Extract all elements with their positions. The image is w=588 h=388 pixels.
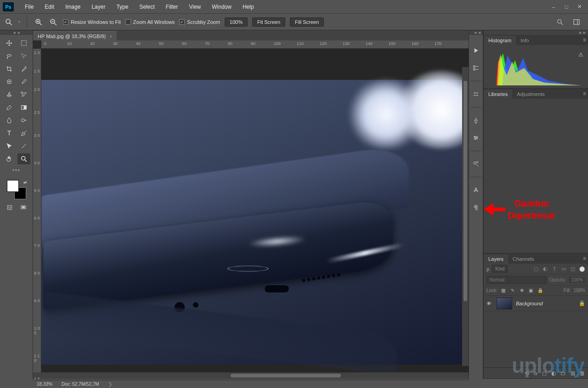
- foreground-color[interactable]: [7, 180, 19, 192]
- filter-adjust-icon[interactable]: ◐: [542, 266, 548, 272]
- layer-thumbnail[interactable]: [497, 298, 512, 309]
- layer-lock-icon[interactable]: 🔒: [579, 300, 585, 306]
- menu-edit[interactable]: Edit: [40, 2, 59, 12]
- lock-all-icon[interactable]: 🔒: [537, 288, 543, 293]
- menu-image[interactable]: Image: [61, 2, 85, 12]
- zoom-out-icon[interactable]: [48, 17, 58, 27]
- menu-layer[interactable]: Layer: [87, 2, 110, 12]
- lock-position-icon[interactable]: ✥: [519, 288, 525, 293]
- status-doc-size[interactable]: Doc: 52,7M/52,7M: [62, 382, 99, 387]
- zoom-all-windows-checkbox[interactable]: Zoom All Windows: [125, 19, 175, 25]
- layer-name[interactable]: Background: [516, 301, 575, 306]
- scrubby-zoom-checkbox[interactable]: ✓Scrubby Zoom: [179, 19, 220, 25]
- layer-visibility-icon[interactable]: 👁: [486, 301, 493, 306]
- menu-select[interactable]: Select: [135, 2, 159, 12]
- quick-mask-icon[interactable]: [4, 203, 15, 212]
- window-minimize-button[interactable]: –: [550, 4, 557, 10]
- brushes-panel-icon[interactable]: [471, 116, 481, 125]
- close-tab-icon[interactable]: ×: [110, 34, 113, 39]
- workspace-switcher-icon[interactable]: [571, 17, 582, 27]
- filter-smart-icon[interactable]: ◫: [570, 266, 576, 272]
- filter-search-icon[interactable]: ρ: [486, 266, 489, 272]
- lock-artboard-icon[interactable]: ▣: [528, 288, 534, 293]
- fill-screen-button[interactable]: Fill Screen: [290, 17, 324, 27]
- lasso-tool-icon[interactable]: [3, 51, 16, 62]
- zoom-tool-icon[interactable]: [17, 153, 30, 164]
- menu-filter[interactable]: Filter: [161, 2, 183, 12]
- window-close-button[interactable]: ✕: [576, 4, 582, 10]
- search-icon[interactable]: [555, 17, 565, 27]
- color-swatches[interactable]: ⇄: [7, 180, 26, 199]
- blend-mode-select[interactable]: Normal: [486, 276, 547, 284]
- clone-source-panel-icon[interactable]: [471, 159, 481, 169]
- pen-tool-icon[interactable]: [17, 128, 30, 139]
- layer-row[interactable]: 👁 Background 🔒: [484, 296, 588, 311]
- properties-panel-icon[interactable]: [471, 90, 481, 99]
- panel-menu-icon[interactable]: ≡: [583, 90, 586, 97]
- menu-file[interactable]: File: [20, 2, 38, 12]
- path-select-tool-icon[interactable]: [3, 141, 16, 152]
- quick-select-tool-icon[interactable]: [17, 51, 30, 62]
- canvas[interactable]: [41, 49, 469, 372]
- tab-libraries[interactable]: Libraries: [484, 90, 512, 99]
- fit-screen-button[interactable]: Fit Screen: [252, 17, 285, 27]
- status-more-icon[interactable]: ❯: [108, 382, 112, 387]
- horizontal-ruler[interactable]: 0 10 20 30 40 50 60 70 80 90 100 110 120…: [41, 40, 469, 49]
- resize-windows-checkbox[interactable]: ✓Resize Windows to Fit: [63, 19, 121, 25]
- tool-preset-dropdown-icon[interactable]: ▾: [18, 20, 20, 24]
- character-panel-icon[interactable]: [471, 186, 481, 195]
- tab-layers[interactable]: Layers: [484, 254, 508, 264]
- dock-collapse-handle[interactable]: ◄◄: [469, 30, 483, 35]
- hand-tool-icon[interactable]: [3, 153, 16, 164]
- dodge-tool-icon[interactable]: [17, 115, 30, 126]
- lock-transparent-icon[interactable]: ▩: [500, 288, 507, 293]
- menu-type[interactable]: Type: [112, 2, 133, 12]
- tab-info[interactable]: Info: [516, 36, 533, 45]
- lock-pixels-icon[interactable]: ✎: [509, 288, 516, 293]
- panels-collapse-handle[interactable]: ►►: [484, 30, 588, 35]
- tab-adjustments[interactable]: Adjustments: [512, 90, 549, 99]
- vertical-ruler[interactable]: 1 0 1 5 2 0 2 5 3 0 4 0 5 0 6 0 7 0 8 0 …: [33, 49, 41, 372]
- filter-type-icon[interactable]: T: [551, 266, 558, 272]
- tools-collapse-handle[interactable]: ◄◄: [0, 30, 33, 35]
- filter-pixel-icon[interactable]: ▢: [533, 266, 539, 272]
- panel-menu-icon[interactable]: ≡: [583, 37, 586, 43]
- history-panel-icon[interactable]: [471, 63, 481, 73]
- type-tool-icon[interactable]: [3, 128, 16, 139]
- brush-settings-panel-icon[interactable]: [471, 133, 481, 142]
- line-tool-icon[interactable]: [17, 141, 30, 152]
- actions-panel-icon[interactable]: [471, 46, 481, 55]
- edit-toolbar-icon[interactable]: •••: [3, 166, 30, 174]
- vertical-scrollbar[interactable]: [462, 67, 469, 366]
- menu-view[interactable]: View: [184, 2, 205, 12]
- eyedropper-tool-icon[interactable]: [17, 63, 30, 74]
- clone-stamp-tool-icon[interactable]: [3, 89, 16, 100]
- panel-menu-icon[interactable]: ≡: [583, 255, 586, 262]
- tab-channels[interactable]: Channels: [508, 254, 538, 264]
- history-brush-tool-icon[interactable]: [17, 89, 30, 100]
- current-tool-icon[interactable]: [4, 17, 14, 27]
- crop-tool-icon[interactable]: [3, 63, 16, 74]
- filter-shape-icon[interactable]: ▭: [560, 266, 567, 272]
- status-zoom[interactable]: 18.33%: [37, 382, 52, 387]
- blur-tool-icon[interactable]: [3, 115, 16, 126]
- eraser-tool-icon[interactable]: [3, 102, 16, 113]
- brush-tool-icon[interactable]: [17, 76, 30, 87]
- gradient-tool-icon[interactable]: [17, 102, 30, 113]
- screen-mode-icon[interactable]: [18, 203, 29, 212]
- menu-window[interactable]: Window: [207, 2, 236, 12]
- opacity-value[interactable]: 100%: [569, 277, 585, 283]
- menu-help[interactable]: Help: [238, 2, 259, 12]
- healing-brush-tool-icon[interactable]: [3, 76, 16, 87]
- filter-toggle-icon[interactable]: ⬤: [579, 266, 585, 272]
- document-tab[interactable]: HP Mati.jpg @ 18,3% (RGB/8) ×: [33, 31, 117, 40]
- zoom-percent-button[interactable]: 100%: [225, 17, 248, 27]
- marquee-tool-icon[interactable]: [17, 38, 30, 49]
- move-tool-icon[interactable]: [3, 38, 16, 49]
- layer-filter-kind[interactable]: Kind: [492, 265, 508, 273]
- tab-histogram[interactable]: Histogram: [484, 36, 516, 45]
- window-maximize-button[interactable]: □: [563, 4, 570, 10]
- swap-colors-icon[interactable]: ⇄: [23, 180, 27, 185]
- zoom-in-icon[interactable]: [34, 17, 44, 27]
- fill-value[interactable]: 100%: [573, 288, 585, 293]
